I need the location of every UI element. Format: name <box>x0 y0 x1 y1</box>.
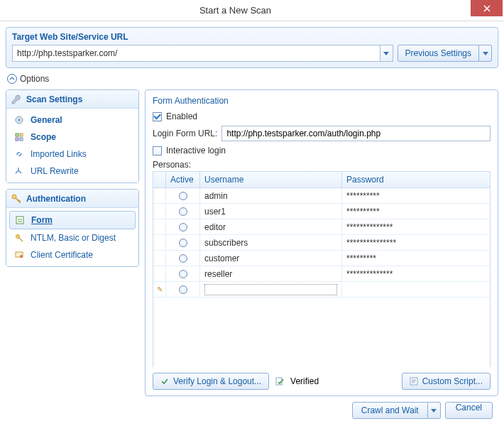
crawl-and-wait-button[interactable]: Crawl and Wait <box>352 402 428 419</box>
username-cell[interactable]: customer <box>200 251 342 266</box>
col-active-header[interactable]: Active <box>166 172 200 187</box>
sidebar-item-general[interactable]: General <box>9 111 136 129</box>
form-authentication-pane: Form Authentication Enabled Login Form U… <box>145 89 498 396</box>
radio-icon[interactable] <box>179 254 187 263</box>
active-cell[interactable] <box>166 282 200 297</box>
edit-indicator: ✎ <box>153 282 166 297</box>
password-cell[interactable]: ************** <box>342 266 490 281</box>
previous-settings-dropdown[interactable] <box>479 45 492 62</box>
active-cell[interactable] <box>166 251 200 266</box>
sidebar-item-form[interactable]: Form <box>9 211 136 229</box>
svg-rect-4 <box>16 138 18 141</box>
row-handle[interactable] <box>153 204 166 219</box>
script-icon <box>410 377 418 386</box>
scan-settings-panel: Scan Settings General Scope Imported Lin… <box>6 89 139 183</box>
sidebar-item-client-certificate[interactable]: Client Certificate <box>9 246 136 263</box>
sidebar-item-scope[interactable]: Scope <box>9 129 136 146</box>
username-cell[interactable] <box>200 282 342 297</box>
password-cell[interactable]: ********** <box>342 188 490 203</box>
username-cell[interactable]: admin <box>200 188 342 203</box>
row-handle[interactable] <box>153 219 166 234</box>
table-row[interactable]: user1********** <box>153 204 490 219</box>
username-cell[interactable]: user1 <box>200 204 342 219</box>
link-icon <box>13 148 25 160</box>
options-toggle[interactable]: Options <box>7 74 497 84</box>
enabled-label: Enabled <box>166 111 197 121</box>
cancel-button[interactable]: Cancel <box>445 402 493 419</box>
row-handle[interactable] <box>153 251 166 266</box>
table-row[interactable]: editor************** <box>153 219 490 235</box>
previous-settings-button[interactable]: Previous Settings <box>398 45 479 62</box>
certificate-icon <box>13 249 25 261</box>
wrench-icon <box>11 94 22 105</box>
crawl-and-wait-dropdown[interactable] <box>428 402 441 419</box>
scan-settings-header: Scan Settings <box>26 94 82 104</box>
username-cell[interactable]: subscribers <box>200 235 342 250</box>
active-cell[interactable] <box>166 235 200 250</box>
options-label: Options <box>20 74 49 84</box>
row-handle[interactable] <box>153 266 166 281</box>
target-url-input[interactable] <box>12 45 380 62</box>
target-url-label: Target Web Site/Service URL <box>12 32 492 42</box>
sidebar-item-ntlm[interactable]: NTLM, Basic or Digest <box>9 229 136 246</box>
svg-point-1 <box>18 119 21 121</box>
table-new-row[interactable]: ✎ <box>153 282 490 298</box>
svg-rect-7 <box>16 217 23 224</box>
password-cell[interactable]: ********** <box>342 204 490 219</box>
target-url-dropdown[interactable] <box>380 45 393 62</box>
login-form-url-label: Login Form URL: <box>153 129 217 138</box>
username-cell[interactable]: editor <box>200 219 342 234</box>
svg-point-10 <box>20 255 23 258</box>
close-button[interactable] <box>471 0 503 16</box>
interactive-login-checkbox[interactable] <box>153 146 162 156</box>
custom-script-button[interactable]: Custom Script... <box>402 373 491 390</box>
svg-rect-2 <box>16 133 18 136</box>
svg-rect-3 <box>20 133 23 136</box>
login-form-url-input[interactable] <box>221 126 491 141</box>
gear-icon <box>13 114 25 126</box>
personas-label: Personas: <box>153 160 191 170</box>
verified-icon <box>275 376 285 386</box>
sidebar-item-url-rewrite[interactable]: URL Rewrite <box>9 163 136 180</box>
table-row[interactable]: subscribers*************** <box>153 235 490 251</box>
scope-icon <box>13 131 25 143</box>
active-cell[interactable] <box>166 188 200 203</box>
sidebar-item-imported-links[interactable]: Imported Links <box>9 146 136 163</box>
rewrite-icon <box>13 165 25 177</box>
verify-login-logout-button[interactable]: Verify Login & Logout... <box>153 373 269 390</box>
radio-icon[interactable] <box>179 192 187 200</box>
radio-icon[interactable] <box>179 239 187 247</box>
key-icon <box>11 193 22 204</box>
active-cell[interactable] <box>166 204 200 219</box>
password-cell[interactable]: ********* <box>342 251 490 266</box>
form-auth-title: Form Authentication <box>153 96 491 106</box>
radio-icon[interactable] <box>179 223 187 231</box>
svg-rect-5 <box>20 138 23 141</box>
radio-icon[interactable] <box>179 207 187 216</box>
personas-table: Active Username Password admin**********… <box>153 171 491 367</box>
col-username-header[interactable]: Username <box>200 172 342 187</box>
active-cell[interactable] <box>166 219 200 234</box>
password-cell[interactable] <box>342 282 490 297</box>
enabled-checkbox[interactable] <box>153 112 162 121</box>
table-row[interactable]: admin********** <box>153 188 490 204</box>
username-cell[interactable]: reseller <box>200 266 342 281</box>
radio-icon[interactable] <box>179 285 187 294</box>
password-cell[interactable]: ************** <box>342 219 490 234</box>
form-icon <box>14 214 26 226</box>
titlebar: Start a New Scan <box>0 0 504 21</box>
password-cell[interactable]: *************** <box>342 235 490 250</box>
active-cell[interactable] <box>166 266 200 281</box>
target-url-groupbox: Target Web Site/Service URL Previous Set… <box>6 27 498 68</box>
chevron-up-icon <box>7 74 17 84</box>
radio-icon[interactable] <box>179 270 187 278</box>
table-row[interactable]: reseller************** <box>153 266 490 282</box>
table-row[interactable]: customer********* <box>153 251 490 266</box>
small-key-icon <box>13 232 25 244</box>
new-username-input[interactable] <box>204 284 337 295</box>
check-icon <box>160 377 169 386</box>
authentication-header: Authentication <box>26 194 86 204</box>
col-password-header[interactable]: Password <box>342 172 490 187</box>
row-handle[interactable] <box>153 188 166 203</box>
row-handle[interactable] <box>153 235 166 250</box>
